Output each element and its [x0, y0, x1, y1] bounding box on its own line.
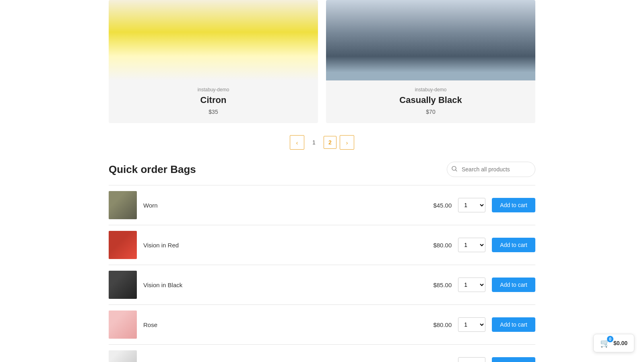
product-name-vision-red: Vision in Red	[143, 242, 413, 249]
product-name-worn: Worn	[143, 202, 413, 209]
product-price-vision-black: $85.00	[419, 282, 452, 288]
table-row: Over the Shoulder $80.00 123 Add to cart	[109, 345, 535, 362]
table-row: Rose $80.00 123 Add to cart	[109, 305, 535, 345]
quick-order-header: Quick order Bags	[109, 162, 535, 177]
qty-vision-black[interactable]: 123	[458, 278, 485, 292]
product-thumb-worn	[109, 191, 137, 219]
price-citron: $35	[114, 109, 313, 115]
product-name-rose: Rose	[143, 321, 413, 328]
product-thumb-vision-red	[109, 231, 137, 259]
product-thumb-rose	[109, 311, 137, 339]
search-wrapper	[447, 162, 535, 177]
search-input[interactable]	[447, 162, 535, 177]
quick-order-title: Quick order Bags	[109, 163, 196, 176]
pagination-prev[interactable]: ‹	[290, 135, 304, 150]
product-image-citron	[109, 0, 318, 80]
cart-count: 0	[607, 336, 613, 342]
qty-vision-red[interactable]: 123	[458, 238, 485, 252]
vendor-citron: instabuy-demo	[114, 87, 313, 93]
add-to-cart-rose[interactable]: Add to cart	[492, 317, 535, 332]
quick-order-list: Worn $45.00 123 Add to cart Vision in Re…	[109, 185, 535, 362]
svg-line-1	[456, 170, 457, 171]
search-icon	[452, 166, 457, 173]
title-black: Casually Black	[331, 95, 530, 105]
add-to-cart-vision-black[interactable]: Add to cart	[492, 278, 535, 292]
add-to-cart-vision-red[interactable]: Add to cart	[492, 238, 535, 252]
add-to-cart-shoulder[interactable]: Add to cart	[492, 357, 535, 362]
add-to-cart-worn[interactable]: Add to cart	[492, 198, 535, 212]
title-citron: Citron	[114, 95, 313, 105]
qty-worn[interactable]: 123	[458, 198, 485, 212]
qty-shoulder[interactable]: 123	[458, 357, 485, 362]
table-row: Vision in Black $85.00 123 Add to cart	[109, 265, 535, 305]
table-row: Vision in Red $80.00 123 Add to cart	[109, 225, 535, 265]
product-price-vision-red: $80.00	[419, 242, 452, 249]
product-price-rose: $80.00	[419, 321, 452, 328]
price-black: $70	[331, 109, 530, 115]
pagination-page-1[interactable]: 1	[308, 136, 320, 149]
cart-badge[interactable]: 🛒 0 $0.00	[593, 334, 634, 352]
pagination-next[interactable]: ›	[340, 135, 354, 150]
product-cards-row: instabuy-demo Citron $35 instabuy-demo C…	[109, 0, 535, 123]
pagination-page-2[interactable]: 2	[324, 136, 336, 149]
vendor-black: instabuy-demo	[331, 87, 530, 93]
table-row: Worn $45.00 123 Add to cart	[109, 185, 535, 225]
product-card-citron[interactable]: instabuy-demo Citron $35	[109, 0, 318, 123]
qty-rose[interactable]: 123	[458, 317, 485, 332]
pagination: ‹ 1 2 ›	[109, 135, 535, 150]
cart-total: $0.00	[613, 340, 627, 346]
product-thumb-vision-black	[109, 271, 137, 299]
product-image-black	[326, 0, 535, 80]
product-price-worn: $45.00	[419, 202, 452, 209]
cart-icon: 🛒 0	[600, 338, 610, 348]
product-card-black[interactable]: instabuy-demo Casually Black $70	[326, 0, 535, 123]
product-name-vision-black: Vision in Black	[143, 282, 413, 288]
product-thumb-shoulder	[109, 350, 137, 362]
